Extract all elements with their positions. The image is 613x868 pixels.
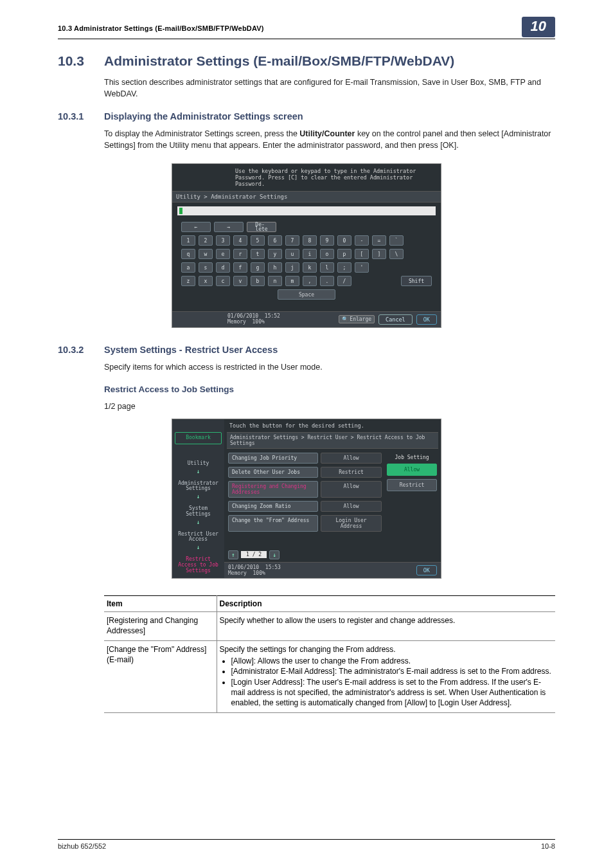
keypad-key[interactable]: p [337, 249, 351, 259]
chevron-down-icon: ↓ [172, 519, 224, 525]
keypad-key[interactable]: o [320, 249, 334, 259]
restrict-option-value: Allow [321, 501, 382, 512]
keypad-key[interactable]: d [216, 262, 230, 273]
keypad-key[interactable]: 9 [320, 235, 334, 246]
keypad-key[interactable]: u [285, 249, 299, 259]
delete-key[interactable]: De- lete [247, 222, 276, 232]
restrict-option-value: Restrict [321, 467, 382, 478]
footer-model: bizhub 652/552 [58, 842, 106, 850]
keypad-key[interactable]: 1 [181, 235, 195, 246]
section-number: 10.3 [58, 53, 104, 69]
page-indicator: 1 / 2 [241, 551, 267, 558]
restrict-option-label[interactable]: Registering and Changing Addresses [228, 481, 318, 498]
restrict-page-label: 1/2 page [104, 401, 555, 412]
pager: ↑ 1 / 2 ↓ [228, 550, 437, 559]
keypad-key[interactable]: , [303, 276, 317, 286]
admin-password-screenshot: Use the keyboard or keypad to type in th… [172, 163, 441, 328]
keypad-key[interactable]: ] [372, 249, 386, 259]
section-title: Administrator Settings (E-mail/Box/SMB/F… [104, 53, 454, 69]
keypad-key[interactable]: h [268, 262, 282, 273]
keypad-key[interactable]: n [268, 276, 282, 286]
keypad-key[interactable]: x [199, 276, 213, 286]
allow-button[interactable]: Allow [387, 464, 437, 476]
keypad-key[interactable]: v [233, 276, 247, 286]
sidebar-bookmark[interactable]: Bookmark [175, 432, 222, 444]
cancel-button[interactable]: Cancel [378, 314, 413, 325]
keypad-key[interactable]: y [268, 249, 282, 259]
keypad-key[interactable]: j [285, 262, 299, 273]
keypad-key[interactable]: t [251, 249, 265, 259]
keypad-key[interactable]: i [303, 249, 317, 259]
keypad-key[interactable]: c [216, 276, 230, 286]
keypad-key[interactable]: 4 [233, 235, 247, 246]
keypad-key[interactable]: l [320, 262, 334, 273]
keypad-key[interactable]: r [233, 249, 247, 259]
keypad-key[interactable]: 0 [337, 235, 351, 246]
table-desc-cell: Specify the settings for changing the Fr… [217, 641, 555, 713]
restrict-heading: Restrict Access to Job Settings [104, 384, 555, 394]
chevron-down-icon: ↓ [172, 468, 224, 475]
keypad-key[interactable]: m [285, 276, 299, 286]
restrict-ok-button[interactable]: OK [416, 565, 437, 575]
restrict-option-label[interactable]: Delete Other User Jobs [228, 467, 318, 478]
footer-page-number: 10-8 [541, 842, 555, 850]
restrict-option-value: Allow [321, 481, 382, 498]
restrict-sidebar: Bookmark Utility ↓ Administrator Setting… [172, 419, 224, 578]
job-setting-title: Job Setting [387, 453, 437, 464]
keypad-key[interactable]: ; [337, 262, 351, 273]
keypad-key[interactable]: [ [355, 249, 369, 259]
restrict-option-label[interactable]: Changing Job Priority [228, 453, 318, 464]
subsection-1-number: 10.3.1 [58, 111, 104, 122]
subsection-2-heading: 10.3.2 System Settings - Restrict User A… [58, 345, 555, 355]
shift-key[interactable]: Shift [401, 276, 432, 286]
keypad-key[interactable]: e [216, 249, 230, 259]
keypad-key[interactable]: - [355, 235, 369, 246]
restrict-button[interactable]: Restrict [387, 479, 437, 491]
keypad-key[interactable]: 8 [303, 235, 317, 246]
keypad-key[interactable]: s [199, 262, 213, 273]
keypad-key[interactable]: 6 [268, 235, 282, 246]
keypad-key[interactable]: 7 [285, 235, 299, 246]
table-item-cell: [Change the "From" Address] (E-mail) [104, 641, 217, 713]
restrict-option-value: Allow [321, 453, 382, 464]
subsection-2-body: Specify items for which access is restri… [104, 361, 555, 373]
sidebar-item-restrict-access[interactable]: Restrict Access to Job Settings [172, 553, 224, 577]
keypad-key[interactable]: a [181, 262, 195, 273]
section-intro: This section describes administrator set… [104, 77, 555, 100]
keypad-key[interactable]: = [372, 235, 386, 246]
keypad-key[interactable]: / [337, 276, 351, 286]
table-item-cell: [Registering and Changing Addresses] [104, 611, 217, 640]
keypad-key[interactable]: 5 [251, 235, 265, 246]
restrict-option-label[interactable]: Change the "From" Address [228, 515, 318, 532]
space-key[interactable]: Space [278, 289, 335, 300]
restrict-timestamp: 01/06/2010 15:53 Memory 100% [228, 565, 281, 576]
page-up-button[interactable]: ↑ [228, 550, 238, 559]
keypad-key[interactable]: z [181, 276, 195, 286]
keypad-key[interactable]: f [233, 262, 247, 273]
keypad-key[interactable]: . [320, 276, 334, 286]
chevron-down-icon: ↓ [172, 493, 224, 500]
keypad-key[interactable]: \ [389, 249, 404, 259]
keypad-key[interactable]: k [303, 262, 317, 273]
enlarge-button[interactable]: 🔍Enlarge [339, 315, 375, 323]
ok-button[interactable]: OK [416, 314, 437, 325]
keypad-key[interactable]: ` [389, 235, 404, 246]
subsection-1-title: Displaying the Administrator Settings sc… [104, 111, 303, 122]
keypad-key[interactable]: q [181, 249, 195, 259]
page-down-button[interactable]: ↓ [269, 550, 280, 559]
restrict-access-screenshot: Bookmark Utility ↓ Administrator Setting… [172, 419, 441, 579]
section-heading: 10.3 Administrator Settings (E-mail/Box/… [58, 53, 555, 69]
chevron-down-icon: ↓ [172, 544, 224, 550]
restrict-option-label[interactable]: Changing Zoom Ratio [228, 501, 318, 512]
admin-password-input[interactable] [177, 206, 436, 215]
nav-left-key[interactable]: ← [181, 222, 211, 232]
nav-right-key[interactable]: → [214, 222, 244, 232]
keypad-key[interactable]: w [199, 249, 213, 259]
keypad-key[interactable]: b [251, 276, 265, 286]
keypad-message: Use the keyboard or keypad to type in th… [230, 164, 441, 192]
keypad-key[interactable]: 3 [216, 235, 230, 246]
keypad-key[interactable]: ' [355, 262, 369, 273]
utility-counter-keyword: Utility/Counter [299, 129, 355, 138]
keypad-key[interactable]: 2 [199, 235, 213, 246]
keypad-key[interactable]: g [251, 262, 265, 273]
